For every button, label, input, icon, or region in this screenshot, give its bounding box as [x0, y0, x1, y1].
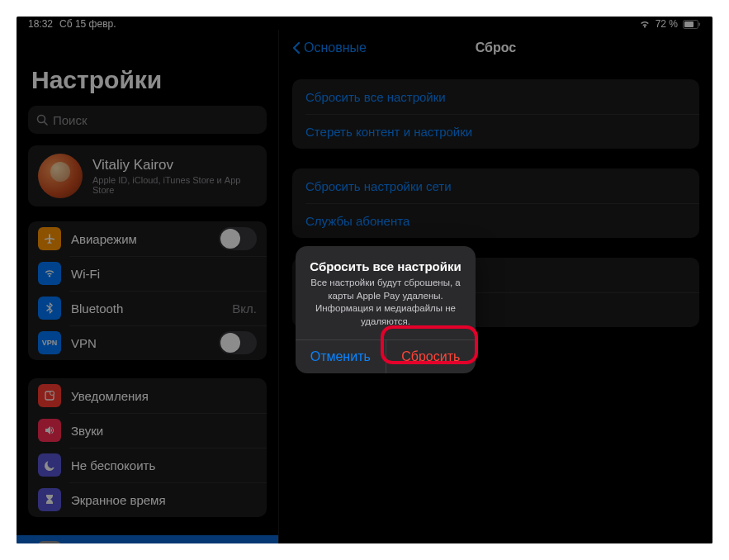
reset-group-1: Сбросить все настройки Стереть контент и… — [292, 79, 699, 149]
svg-rect-2 — [699, 22, 701, 26]
wifi-settings-icon — [38, 262, 61, 285]
alert-title: Сбросить все настройки — [307, 259, 464, 273]
dnd-row[interactable]: Не беспокоить — [28, 448, 267, 482]
notifications-row[interactable]: Уведомления — [28, 378, 267, 413]
vpn-toggle[interactable] — [219, 331, 257, 354]
vpn-icon: VPN — [38, 331, 61, 354]
airplane-toggle[interactable] — [219, 227, 257, 250]
profile-name: Vitaliy Kairov — [92, 157, 257, 173]
notifications-icon — [38, 384, 61, 407]
search-icon — [36, 114, 48, 126]
reset-all-settings[interactable]: Сбросить все настройки — [292, 79, 699, 114]
airplane-row[interactable]: Авиарежим — [28, 221, 267, 256]
chevron-left-icon — [292, 41, 301, 55]
bluetooth-icon — [38, 297, 61, 320]
sidebar: Настройки Поиск Vitaliy Kairov Apple ID,… — [17, 30, 279, 543]
airplane-icon — [38, 227, 61, 250]
confirmation-alert: Сбросить все настройки Все настройки буд… — [296, 246, 476, 373]
back-button[interactable]: Основные — [292, 40, 367, 55]
avatar — [38, 154, 83, 198]
bluetooth-row[interactable]: Bluetooth Вкл. — [28, 291, 267, 325]
cancel-button[interactable]: Отменить — [296, 340, 386, 373]
sounds-row[interactable]: Звуки — [28, 413, 267, 448]
moon-icon — [38, 453, 61, 477]
apple-id-row[interactable]: Vitaliy Kairov Apple ID, iCloud, iTunes … — [28, 145, 267, 206]
confirm-reset-button[interactable]: Сбросить — [386, 340, 476, 373]
sounds-icon — [38, 419, 61, 442]
notifications-group: Уведомления Звуки Не беспокоить — [28, 378, 267, 517]
reset-network[interactable]: Сбросить настройки сети — [292, 168, 699, 203]
page-title: Сброс — [476, 40, 516, 55]
battery-percent: 72 % — [656, 18, 678, 30]
general-row[interactable]: Основные — [17, 535, 278, 543]
status-bar: 18:32 Сб 15 февр. 72 % — [17, 17, 712, 30]
status-date: Сб 15 февр. — [59, 18, 116, 30]
search-input[interactable]: Поиск — [28, 106, 267, 134]
screentime-row[interactable]: Экранное время — [28, 482, 267, 517]
wifi-row[interactable]: Wi-Fi — [28, 256, 267, 291]
profile-sub: Apple ID, iCloud, iTunes Store и App Sto… — [92, 175, 257, 195]
wifi-icon — [639, 20, 651, 28]
general-group: Основные — [17, 535, 278, 543]
alert-message: Все настройки будут сброшены, а карты Ap… — [307, 277, 464, 328]
settings-title: Настройки — [17, 30, 278, 102]
content-header: Основные Сброс — [279, 30, 712, 66]
gear-icon — [38, 541, 61, 543]
vpn-row[interactable]: VPN VPN — [28, 325, 267, 360]
battery-icon — [683, 20, 701, 29]
hourglass-icon — [38, 488, 61, 511]
svg-rect-1 — [684, 21, 693, 27]
erase-all-content[interactable]: Стереть контент и настройки — [292, 114, 699, 149]
status-time: 18:32 — [28, 18, 53, 30]
network-group: Авиарежим Wi-Fi Bluetooth Вкл. — [28, 221, 267, 360]
reset-group-2: Сбросить настройки сети Службы абонента — [292, 168, 699, 238]
svg-line-4 — [45, 122, 48, 126]
svg-point-6 — [50, 392, 54, 396]
subscriber-services[interactable]: Службы абонента — [292, 203, 699, 238]
